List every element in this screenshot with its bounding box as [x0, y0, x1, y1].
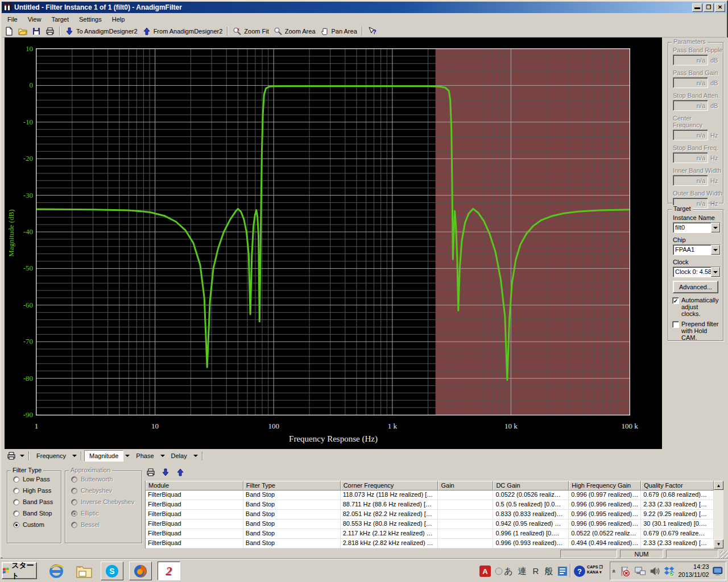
filter-type-option-high-pass[interactable]: High Pass: [13, 487, 61, 494]
param-input-inner-band-width: n/a: [673, 175, 708, 186]
zoom-area-button[interactable]: Zoom Area: [271, 26, 318, 37]
security-alert-icon[interactable]: [619, 565, 630, 577]
magnitude-curve-canvas[interactable]: [36, 49, 630, 415]
start-button[interactable]: スタート: [2, 562, 37, 579]
scroll-up-icon[interactable]: ▲: [714, 481, 723, 490]
prepend-hold-cam-checkbox[interactable]: Prepend filter with Hold CAM.: [672, 321, 723, 341]
ime-hiragana-indicator[interactable]: あ: [503, 566, 514, 577]
table-row[interactable]: FilterBiquadBand Stop118.073 Hz (118 Hz …: [146, 490, 714, 500]
open-button[interactable]: [16, 26, 30, 37]
ime-conversion-indicator[interactable]: 連: [516, 566, 528, 577]
param-row-pass-band-gain: n/adB: [673, 77, 723, 88]
tab-magnitude[interactable]: Magnitude: [84, 450, 123, 462]
table-print-button[interactable]: [146, 468, 155, 477]
move-module-up-button[interactable]: [176, 468, 185, 477]
menu-view[interactable]: View: [23, 15, 47, 24]
frequency-response-plot[interactable]: Magnitude (dB) 100-10-20-30-40-50-60-70-…: [5, 38, 662, 449]
tab-frequency-dropdown[interactable]: [71, 451, 78, 461]
table-scrollbar[interactable]: ▲ ▼: [714, 481, 723, 548]
skype-task-button[interactable]: S: [101, 562, 123, 580]
chevron-down-icon[interactable]: [711, 223, 720, 232]
column-header-quality-factor[interactable]: Quality Factor: [641, 481, 714, 490]
file-explorer-icon[interactable]: [76, 563, 93, 580]
save-button[interactable]: [30, 26, 43, 37]
menu-target[interactable]: Target: [46, 15, 74, 24]
instance-name-combobox[interactable]: filt0: [673, 222, 721, 233]
column-header-gain[interactable]: Gain: [438, 481, 493, 490]
tab-magnitude-dropdown[interactable]: [123, 451, 131, 461]
svg-text:A: A: [482, 567, 488, 576]
windows-logo-icon: [2, 567, 10, 575]
cell-quality-factor: 2.33 (2.33 realized) […: [641, 500, 714, 510]
from-anadigmdesigner2-button[interactable]: From AnadigmDesigner2: [140, 26, 225, 37]
advanced-button[interactable]: Advanced...: [673, 281, 718, 293]
table-row[interactable]: FilterBiquadBand Stop88.711 Hz (88.6 Hz …: [146, 500, 714, 510]
resize-grip[interactable]: [720, 551, 728, 559]
maximize-button[interactable]: ❒: [704, 3, 714, 12]
table-row[interactable]: FilterBiquadBand Stop82.051 Hz (82.2 Hz …: [146, 510, 714, 519]
help-tray-icon[interactable]: ?: [572, 563, 587, 580]
firefox-task-button[interactable]: [129, 562, 152, 580]
table-row[interactable]: FilterBiquadBand Stop2.117 kHz (2.12 kHz…: [146, 529, 714, 539]
column-header-corner-frequency[interactable]: Corner Frequency: [341, 481, 439, 490]
cell-corner-frequency: 88.711 Hz (88.6 Hz realized) […: [341, 500, 439, 510]
anadigmdesigner2-task-button[interactable]: 2: [158, 562, 180, 580]
tab-frequency[interactable]: Frequency: [32, 450, 71, 462]
x-axis-title: Frequency Response (Hz): [248, 434, 419, 444]
ime-general-indicator[interactable]: 般: [543, 566, 555, 577]
minimize-button[interactable]: ▬: [692, 3, 702, 12]
parameters-group: Parameters Pass Band Ripplen/adBPass Ban…: [668, 42, 723, 203]
plot-print-dropdown[interactable]: [18, 451, 26, 461]
menu-help[interactable]: Help: [107, 15, 130, 24]
filter-type-option-custom[interactable]: Custom: [13, 521, 61, 528]
tab-phase-dropdown[interactable]: [159, 451, 167, 461]
column-header-module[interactable]: Module: [146, 481, 243, 490]
new-button[interactable]: [2, 26, 16, 37]
ime-roman-indicator[interactable]: R: [530, 566, 541, 576]
scroll-down-icon[interactable]: ▼: [714, 539, 723, 548]
cell-filter-type: Band Stop: [243, 490, 341, 500]
volume-icon[interactable]: [650, 566, 660, 577]
status-cell: [560, 550, 617, 558]
zoom-fit-button[interactable]: x Zoom Fit: [230, 26, 271, 37]
caps-kana-indicator[interactable]: CAPS ❐KANA ▾: [587, 564, 603, 575]
tab-phase[interactable]: Phase: [131, 450, 158, 462]
cell-dc-gain: 0.5 (0.5 realized) [0.0…: [493, 500, 569, 510]
tray-separator: [570, 564, 571, 577]
plot-print-button[interactable]: [5, 450, 18, 462]
param-unit: dB: [710, 102, 718, 109]
tab-delay[interactable]: Delay: [167, 450, 192, 462]
network-icon[interactable]: [634, 566, 646, 577]
internet-explorer-icon[interactable]: [48, 563, 65, 580]
auto-adjust-clocks-checkbox[interactable]: ✓ Automatically adjust clocks.: [672, 297, 723, 317]
filter-type-option-low-pass[interactable]: Low Pass: [13, 476, 61, 483]
y-tick-label: -30: [8, 191, 33, 200]
column-header-dc-gain[interactable]: DC Gain: [493, 481, 569, 490]
table-row[interactable]: FilterBiquadBand Stop2.818 kHz (2.82 kHz…: [146, 539, 714, 548]
display-settings-icon[interactable]: [713, 566, 723, 576]
tab-delay-dropdown[interactable]: [192, 451, 200, 461]
dropbox-icon[interactable]: [664, 565, 675, 577]
column-header-high-frequency-gain[interactable]: High Frequency Gain: [569, 481, 641, 490]
context-help-button[interactable]: ?: [365, 26, 379, 37]
table-row[interactable]: FilterBiquadBand Stop80.553 Hz (80.8 Hz …: [146, 519, 714, 529]
column-header-filter-type[interactable]: Filter Type: [243, 481, 341, 490]
ime-pad-icon[interactable]: [556, 563, 569, 580]
chip-combobox[interactable]: FPAA1: [673, 244, 721, 255]
clock-combobox[interactable]: Clock 0: 4.587: [673, 267, 721, 277]
filter-type-option-band-pass[interactable]: Band Pass: [13, 498, 61, 505]
move-module-down-button[interactable]: [161, 468, 170, 477]
to-anadigmdesigner2-button[interactable]: To AnadigmDesigner2: [63, 26, 140, 37]
tray-clock[interactable]: 14:23 2013/11/02: [678, 563, 709, 579]
chevron-down-icon[interactable]: [711, 245, 720, 255]
pan-area-button[interactable]: Pan Area: [318, 26, 359, 37]
filter-type-option-band-stop[interactable]: Band Stop: [13, 510, 61, 517]
menu-settings[interactable]: Settings: [74, 15, 107, 24]
menu-file[interactable]: File: [2, 15, 23, 24]
chevron-down-icon[interactable]: [711, 267, 720, 277]
close-button[interactable]: ✕: [715, 3, 725, 12]
module-table: ModuleFilter TypeCorner FrequencyGainDC …: [145, 481, 714, 548]
collapse-tray-icon[interactable]: «: [611, 569, 618, 572]
print-button[interactable]: [43, 26, 57, 37]
tabbar-separator: [81, 451, 82, 460]
